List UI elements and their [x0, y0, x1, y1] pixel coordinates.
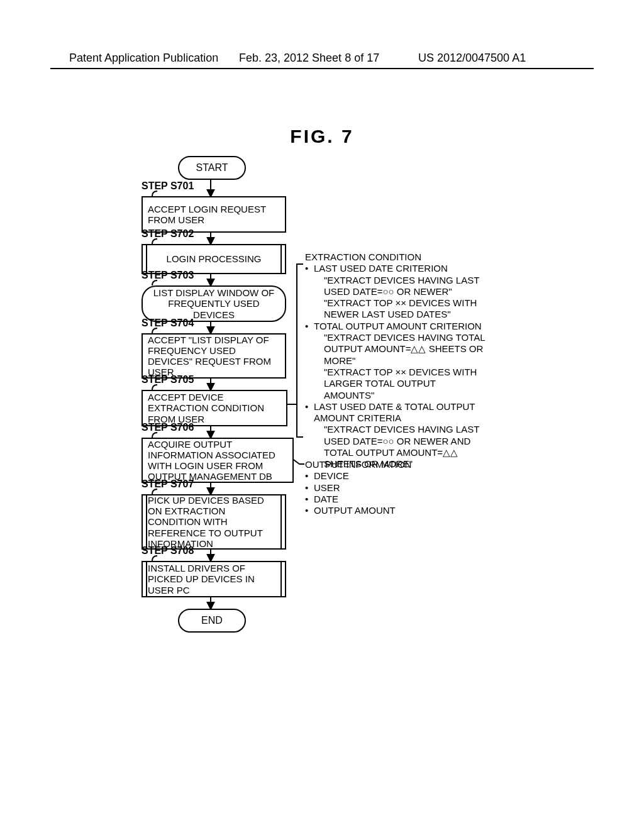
- annotation-extraction-condition: EXTRACTION CONDITION LAST USED DATE CRIT…: [305, 252, 487, 470]
- annot1-g3h: LAST USED DATE & TOTAL OUTPUT AMOUNT CRI…: [305, 401, 487, 424]
- annot1-g1b: "EXTRACT TOP ×× DEVICES WITH NEWER LAST …: [305, 297, 487, 321]
- annot1-g1h: LAST USED DATE CRITERION: [305, 263, 487, 274]
- step-label-s704: STEP S704: [142, 318, 194, 329]
- annot2-i4: OUTPUT AMOUNT: [305, 505, 462, 516]
- header-left: Patent Application Publication: [69, 52, 218, 65]
- annot1-g2h: TOTAL OUTPUT AMOUNT CRITERION: [305, 321, 487, 332]
- step-text-s703: LIST DISPLAY WINDOW OF FREQUENTLY USED D…: [148, 287, 280, 320]
- step-text-s708: INSTALL DRIVERS OF PICKED UP DEVICES IN …: [148, 563, 280, 595]
- annot1-title: EXTRACTION CONDITION: [305, 252, 487, 263]
- step-box-s707: PICK UP DEVICES BASED ON EXTRACTION COND…: [142, 494, 286, 550]
- step-box-s706: ACQUIRE OUTPUT INFORMATION ASSOCIATED WI…: [142, 438, 294, 483]
- step-box-s703: LIST DISPLAY WINDOW OF FREQUENTLY USED D…: [142, 285, 286, 322]
- step-text-s705: ACCEPT DEVICE EXTRACTION CONDITION FROM …: [148, 392, 281, 424]
- header-right: US 2012/0047500 A1: [418, 52, 526, 65]
- annot2-title: OUTPUT INFORMATION: [305, 459, 462, 470]
- annotation-output-information: OUTPUT INFORMATION DEVICE USER DATE OUTP…: [305, 459, 462, 516]
- patent-page: Patent Application Publication Feb. 23, …: [0, 0, 644, 830]
- step-label-s701: STEP S701: [142, 180, 194, 192]
- step-label-s706: STEP S706: [142, 422, 194, 433]
- flow-start: START: [178, 156, 246, 180]
- header-rule: [50, 68, 594, 69]
- step-label-s708: STEP S708: [142, 545, 194, 556]
- annot1-g1a: "EXTRACT DEVICES HAVING LAST USED DATE=○…: [305, 275, 487, 298]
- step-text-s707: PICK UP DEVICES BASED ON EXTRACTION COND…: [148, 495, 280, 549]
- annot1-g2a: "EXTRACT DEVICES HAVING TOTAL OUTPUT AMO…: [305, 332, 487, 367]
- annot2-i2: USER: [305, 482, 462, 494]
- step-box-s704: ACCEPT "LIST DISPLAY OF FREQUENCY USED D…: [142, 333, 286, 379]
- step-label-s703: STEP S703: [142, 270, 194, 281]
- step-box-s701: ACCEPT LOGIN REQUEST FROM USER: [142, 196, 286, 233]
- annot2-i1: DEVICE: [305, 470, 462, 482]
- step-box-s705: ACCEPT DEVICE EXTRACTION CONDITION FROM …: [142, 390, 287, 426]
- step-box-s708: INSTALL DRIVERS OF PICKED UP DEVICES IN …: [142, 561, 286, 597]
- step-label-s707: STEP S707: [142, 479, 194, 490]
- step-text-s704: ACCEPT "LIST DISPLAY OF FREQUENCY USED D…: [148, 335, 280, 378]
- annot2-i3: DATE: [305, 494, 462, 505]
- flow-end: END: [178, 609, 246, 633]
- step-label-s702: STEP S702: [142, 228, 194, 240]
- step-text-s701: ACCEPT LOGIN REQUEST FROM USER: [148, 204, 280, 226]
- annot1-g2b: "EXTRACT TOP ×× DEVICES WITH LARGER TOTA…: [305, 367, 487, 401]
- step-text-s706: ACQUIRE OUTPUT INFORMATION ASSOCIATED WI…: [148, 439, 287, 482]
- step-label-s705: STEP S705: [142, 374, 194, 385]
- header-mid: Feb. 23, 2012 Sheet 8 of 17: [239, 52, 379, 65]
- figure-title: FIG. 7: [0, 126, 644, 147]
- step-text-s702: LOGIN PROCESSING: [148, 253, 280, 264]
